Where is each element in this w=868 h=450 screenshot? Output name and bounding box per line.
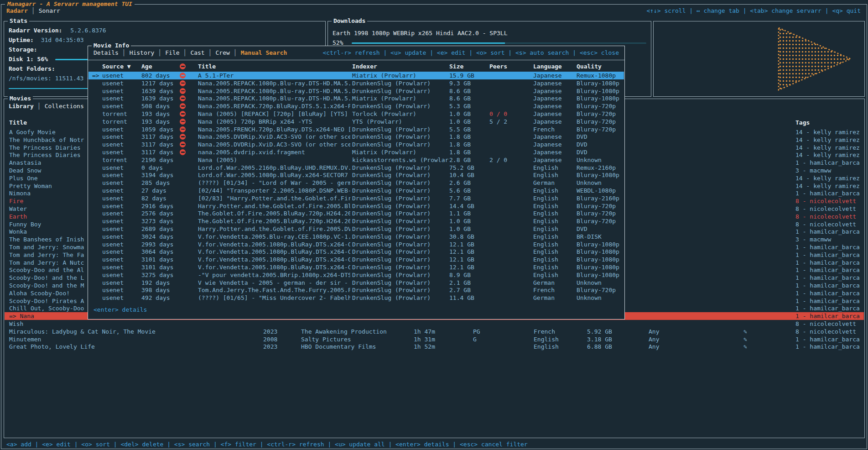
release-source: usenet [102, 233, 140, 241]
size-header[interactable]: Size [449, 63, 489, 70]
release-title: Nana.2005.FRENCH.720p.BluRay.DTS.x264-NE… [198, 126, 350, 133]
movie-row[interactable]: Wish8 - nicolecolvett [5, 320, 864, 328]
release-row[interactable]: usenet3117 daysNana.2005.DVDRip.XviD.AC3… [88, 141, 624, 148]
release-row[interactable]: usenet1639 daysNana.2005.REPACK.1080p.Bl… [88, 94, 624, 102]
release-row[interactable]: usenet2689 daysHarry.Potter.and.the.Gobl… [88, 225, 624, 233]
release-size: 2.6 GB [449, 179, 489, 187]
release-row[interactable]: usenet3273 daysThe.Goblet.Of.Fire.2005.B… [88, 217, 624, 225]
release-row[interactable]: usenet3194 daysLord.of.War.2005.1080p.Bl… [88, 171, 624, 179]
release-row[interactable]: usenet492 days(????) [01/65] - "Miss Und… [88, 294, 624, 302]
release-indexer: DrunkenSlug (Prowlarr) [352, 141, 448, 148]
movie-quality-profile [649, 197, 731, 205]
title-header[interactable]: Title [198, 63, 350, 70]
release-row[interactable]: usenet3101 daysV.for.Vendetta.2005.1080p… [88, 263, 624, 271]
tab-manual-search[interactable]: Manual Search [241, 49, 287, 56]
release-row[interactable]: usenet3064 daysV.for.Vendetta.2005.1080p… [88, 248, 624, 256]
release-language: Japanese [533, 148, 576, 156]
tab-details[interactable]: Details [94, 49, 119, 56]
release-row[interactable]: usenet82 days[02/83] "Harry.Potter.and.t… [88, 194, 624, 202]
tab-separator: │ [208, 49, 212, 56]
peers-header[interactable]: Peers [489, 63, 532, 70]
movie-row[interactable]: Miraculous: Ladybug & Cat Noir, The Movi… [5, 328, 864, 335]
release-row[interactable]: usenet2576 daysThe.Goblet.Of.Fire.2005.B… [88, 209, 624, 217]
release-row[interactable]: torrent193 daysNana (2005) 720p BRRip x2… [88, 118, 624, 126]
release-indexer: DrunkenSlug (Prowlarr) [352, 187, 448, 194]
movie-tags: 3 - macmww [795, 167, 865, 174]
release-title: Nana (2005) [198, 156, 350, 164]
release-indexer: DrunkenSlug (Prowlarr) [352, 271, 448, 279]
movie-quality-profile [649, 235, 731, 243]
release-age: 2689 days [141, 225, 179, 233]
radarr-version: Radarr Version: 5.2.6.8376 [9, 27, 106, 34]
release-age: 192 days [141, 279, 179, 287]
release-row[interactable]: usenet1059 daysNana.2005.FRENCH.720p.Blu… [88, 126, 624, 133]
release-peers: 5 / 2 [489, 118, 532, 126]
movie-row[interactable]: Minutemen2008Salty Pictures1h 31mGEnglis… [5, 335, 864, 343]
movie-tags: 1 - hamilcar_barca [795, 343, 865, 351]
release-size: 8.6 GB [449, 87, 489, 95]
movie-tags: 8 - nicolecolvett [795, 220, 865, 228]
tab-collections[interactable]: Collections [45, 103, 84, 110]
movie-row[interactable]: Great Photo, Lovely Life2023HBO Document… [5, 343, 864, 351]
release-rejected [180, 141, 196, 148]
release-size: 10.4 GB [449, 171, 489, 179]
release-source: usenet [102, 79, 140, 87]
tab-file[interactable]: File [165, 49, 179, 56]
release-row[interactable]: usenet3117 daysnana.2005.dvdrip.xvid.fra… [88, 148, 624, 156]
release-row[interactable]: usenet3024 daysV.for.Vendetta.2005.Blu-r… [88, 233, 624, 241]
tab-crew[interactable]: Crew [216, 49, 230, 56]
release-rejected [180, 87, 196, 95]
release-row[interactable]: usenet1639 daysNana.2005.REPACK.1080p.Bl… [88, 87, 624, 95]
language-header[interactable]: Language [533, 63, 576, 70]
tab-radarr[interactable]: Radarr [6, 7, 28, 14]
movie-tags: 1 - hamilcar_barca [795, 289, 865, 297]
release-quality: Bluray-1080p [577, 248, 624, 256]
tab-history[interactable]: History [130, 49, 155, 56]
release-row[interactable]: usenet3275 days-"V pour vendetta.2005.BR… [88, 271, 624, 279]
movie-size: 3.18 GB [587, 335, 644, 343]
release-peers [489, 256, 532, 263]
download-progress-gauge [352, 42, 646, 44]
movie-size: 5.92 GB [587, 328, 644, 335]
release-row[interactable]: usenet27 days[02/44] "Transporter 2.2005… [88, 187, 624, 194]
release-row[interactable]: torrent2190 daysNana (2005)kickasstorren… [88, 156, 624, 164]
release-row[interactable]: =>usenet802 daysA 5.1-PTerMiatrix (Prowl… [88, 72, 624, 79]
release-row[interactable]: usenet3101 daysV.for.Vendetta.2005.1080p… [88, 256, 624, 263]
release-row[interactable]: usenet3117 daysNana.2005.DVDRip.XviD.AC3… [88, 133, 624, 141]
indexer-header[interactable]: Indexer [352, 63, 448, 70]
source-header[interactable]: Source ▼ [102, 63, 140, 70]
tab-library[interactable]: Library [9, 103, 34, 110]
movie-studio [301, 320, 411, 328]
movie-tags: 8 - nicolecolvett [795, 328, 865, 335]
release-language: English [533, 263, 576, 271]
release-row[interactable]: usenet398 daysTom.And.Jerry.The.Fast.And… [88, 286, 624, 294]
release-row[interactable]: usenet2993 daysV.for.Vendetta.2005.1080p… [88, 241, 624, 248]
release-language: German [533, 294, 576, 302]
release-language: Japanese [533, 110, 576, 118]
tab-separator: │ [37, 103, 41, 110]
release-indexer: DrunkenSlug (Prowlarr) [352, 248, 448, 256]
release-age: 492 days [141, 294, 179, 302]
tab-separator: │ [234, 49, 237, 56]
release-age: 3064 days [141, 248, 179, 256]
release-row[interactable]: usenet1217 daysNana.2005.REPACK.1080p.Bl… [88, 79, 624, 87]
release-language: English [533, 187, 576, 194]
release-indexer: Miatrix (Prowlarr) [352, 148, 448, 156]
age-header[interactable]: Age [141, 63, 179, 70]
quality-header[interactable]: Quality [577, 63, 624, 70]
release-row[interactable]: usenet285 days(????) [01/34] - "Lord of … [88, 179, 624, 187]
release-row[interactable]: usenet2916 daysHarry.Potter.and.the.Gobl… [88, 202, 624, 210]
release-row[interactable]: torrent193 daysNana (2005) [REPACK] [720… [88, 110, 624, 118]
tab-cast[interactable]: Cast [190, 49, 204, 56]
release-source: usenet [102, 94, 140, 102]
release-peers [489, 286, 532, 294]
release-size: 5.5 GB [449, 126, 489, 133]
release-size: 1.0 GB [449, 110, 489, 118]
movie-language: English [534, 335, 584, 343]
release-row[interactable]: usenet508 daysNana.2005.REPACK.720p.BluR… [88, 102, 624, 110]
release-row[interactable]: usenet0 daysLord.of.War.2005.2160p.BluRa… [88, 164, 624, 172]
release-title: V.for.Vendetta.2005.Blu-ray.CEE.1080p.VC… [198, 233, 350, 241]
release-row[interactable]: usenet192 daysV wie Vendetta - 2005 - ge… [88, 279, 624, 287]
movie-tags: 14 - kelly ramirez [795, 136, 865, 144]
tab-sonarr[interactable]: Sonarr [39, 7, 60, 14]
